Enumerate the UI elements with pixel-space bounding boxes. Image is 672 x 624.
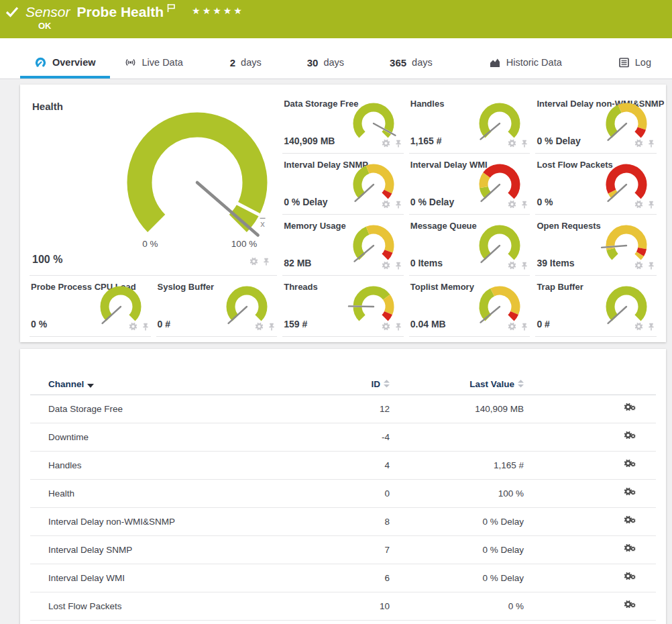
channel-name[interactable]: Interval Delay SNMP bbox=[30, 536, 349, 564]
gauge-pin-icon[interactable] bbox=[394, 262, 402, 270]
gauge-pin-icon[interactable] bbox=[647, 140, 655, 148]
channel-name[interactable]: Handles bbox=[30, 452, 349, 480]
gauge-settings-gear-icon[interactable] bbox=[508, 261, 516, 270]
channel-settings-gears-icon[interactable] bbox=[624, 515, 636, 526]
gauge-actions bbox=[249, 257, 270, 266]
channel-last-value: 0 % bbox=[390, 592, 524, 621]
tab-live-data[interactable]: Live Data bbox=[110, 49, 197, 79]
gauge-actions bbox=[634, 322, 655, 331]
gauge-settings-gear-icon[interactable] bbox=[382, 322, 390, 331]
gauge-settings-gear-icon[interactable] bbox=[508, 200, 516, 209]
channel-settings-gears-icon[interactable] bbox=[624, 487, 636, 498]
gauge-settings-gear-icon[interactable] bbox=[508, 139, 516, 148]
gauge-pin-icon[interactable] bbox=[520, 201, 528, 209]
gauge-settings-gear-icon[interactable] bbox=[382, 261, 390, 270]
gauge-value: 0 % bbox=[537, 197, 553, 207]
channel-settings-gears-icon[interactable] bbox=[624, 572, 636, 582]
tab-log[interactable]: Log bbox=[604, 49, 665, 79]
tab-historic-data[interactable]: Historic Data bbox=[475, 49, 576, 79]
gauge-pin-icon[interactable] bbox=[520, 140, 528, 148]
gauge-pin-icon[interactable] bbox=[394, 323, 402, 331]
gauge-pin-icon[interactable] bbox=[394, 140, 402, 148]
channel-name[interactable]: Interval Delay non-WMI&SNMP bbox=[30, 508, 349, 536]
gauge-actions bbox=[508, 200, 528, 209]
sort-descending-icon bbox=[87, 380, 94, 390]
tab-overview[interactable]: Overview bbox=[20, 49, 110, 79]
tab-2-days[interactable]: 2days bbox=[216, 49, 276, 79]
gauge-settings-gear-icon[interactable] bbox=[508, 322, 516, 331]
tab-30-days[interactable]: 30days bbox=[293, 49, 358, 79]
gauge-threads: Threads159 # bbox=[282, 276, 404, 337]
svg-text:100 %: 100 % bbox=[231, 239, 257, 249]
table-row-lost-flow-packets: Lost Flow Packets100 % bbox=[30, 592, 656, 621]
channel-name[interactable]: Downtime bbox=[30, 423, 349, 452]
gauge-actions bbox=[382, 139, 402, 148]
gauge-pin-icon[interactable] bbox=[647, 201, 655, 209]
channel-last-value: 140,909 MB bbox=[390, 395, 524, 423]
gauge-trap-buffer: Trap Buffer0 # bbox=[535, 276, 657, 337]
tab-label: Overview bbox=[52, 57, 96, 68]
gauge-settings-gear-icon[interactable] bbox=[634, 322, 643, 331]
channel-settings-gears-icon[interactable] bbox=[624, 543, 636, 554]
channel-settings-cell bbox=[524, 480, 656, 508]
gauge-settings-gear-icon[interactable] bbox=[382, 200, 390, 209]
tab-label: Historic Data bbox=[506, 57, 562, 68]
gauge-pin-icon[interactable] bbox=[394, 201, 402, 209]
gauge-actions bbox=[634, 139, 655, 148]
gauge-pin-icon[interactable] bbox=[268, 323, 276, 331]
channel-settings-cell bbox=[524, 592, 656, 621]
channel-name[interactable]: Interval Delay WMI bbox=[30, 564, 349, 592]
table-row-health: Health0100 % bbox=[30, 480, 656, 508]
gauge-pin-icon[interactable] bbox=[520, 323, 528, 331]
gauge-handles: Handles1,165 # bbox=[409, 93, 530, 154]
column-header-last-value[interactable]: Last Value bbox=[390, 374, 524, 395]
gauge-value: 82 MB bbox=[284, 258, 311, 268]
gauge-pin-icon[interactable] bbox=[142, 323, 150, 331]
column-header-channel[interactable]: Channel bbox=[30, 374, 349, 395]
channel-last-value: 1,165 # bbox=[390, 452, 524, 480]
gauge-toplist-memory: Toplist Memory0.04 MB bbox=[409, 276, 530, 337]
gauge-settings-gear-icon[interactable] bbox=[382, 139, 390, 148]
gauge-actions bbox=[382, 322, 402, 331]
gauge-pin-icon[interactable] bbox=[647, 262, 655, 270]
channel-settings-gears-icon[interactable] bbox=[624, 403, 636, 413]
channel-last-value: 0 % Delay bbox=[390, 564, 524, 592]
column-header-id[interactable]: ID bbox=[349, 374, 390, 395]
gauge-settings-gear-icon[interactable] bbox=[129, 322, 137, 331]
tab-365-days[interactable]: 365days bbox=[376, 49, 447, 79]
gauge-pin-icon[interactable] bbox=[647, 323, 655, 331]
gauge-pin-icon[interactable] bbox=[262, 258, 270, 266]
gauge-value: 1,165 # bbox=[410, 136, 442, 146]
gauge-message-queue: Message Queue0 Items bbox=[409, 215, 530, 276]
gauge-settings-gear-icon[interactable] bbox=[634, 200, 643, 209]
channel-settings-gears-icon[interactable] bbox=[624, 459, 636, 470]
gauge-settings-gear-icon[interactable] bbox=[634, 139, 643, 148]
channel-settings-gears-icon[interactable] bbox=[624, 600, 636, 611]
table-row-interval-delay-wmi: Interval Delay WMI60 % Delay bbox=[30, 564, 656, 592]
gauge-pin-icon[interactable] bbox=[520, 262, 528, 270]
gauge-settings-gear-icon[interactable] bbox=[634, 261, 643, 270]
channel-id: 7 bbox=[349, 536, 390, 564]
gauge-title: Threads bbox=[284, 282, 318, 292]
gauge-value: 0 % Delay bbox=[284, 197, 327, 207]
gauge-actions bbox=[508, 261, 528, 270]
gauge-probe-process-cpu-load: Probe Process CPU Load0 % bbox=[30, 276, 151, 337]
channel-settings-cell bbox=[524, 536, 656, 564]
table-row-interval-delay-snmp: Interval Delay SNMP70 % Delay bbox=[30, 536, 656, 564]
channel-settings-gears-icon[interactable] bbox=[624, 431, 636, 441]
gauge-interval-delay-non-wmi-snmp: Interval Delay non-WMI&SNMP0 % Delay bbox=[535, 93, 657, 154]
gauge-actions bbox=[382, 200, 402, 209]
gauges-grid: Healthx0 %100 %100 %Data Storage Free140… bbox=[30, 93, 657, 337]
gauge-settings-gear-icon[interactable] bbox=[255, 322, 264, 331]
channel-name[interactable]: Lost Flow Packets bbox=[30, 592, 349, 621]
gauge-syslog-buffer: Syslog Buffer0 # bbox=[156, 276, 278, 337]
priority-stars[interactable]: ★★★★★ bbox=[192, 5, 244, 16]
tab-label: days bbox=[412, 57, 433, 68]
channel-name[interactable]: Data Storage Free bbox=[30, 395, 349, 423]
gauge-data-storage-free: Data Storage Free140,909 MB bbox=[282, 93, 404, 154]
channel-name[interactable]: Health bbox=[30, 480, 349, 508]
gauge-title: Handles bbox=[410, 99, 445, 109]
gauge-settings-gear-icon[interactable] bbox=[249, 257, 258, 266]
svg-text:0 %: 0 % bbox=[142, 239, 158, 249]
channel-table-panel: Channel ID Last Value Data Storage Fre bbox=[20, 349, 666, 624]
